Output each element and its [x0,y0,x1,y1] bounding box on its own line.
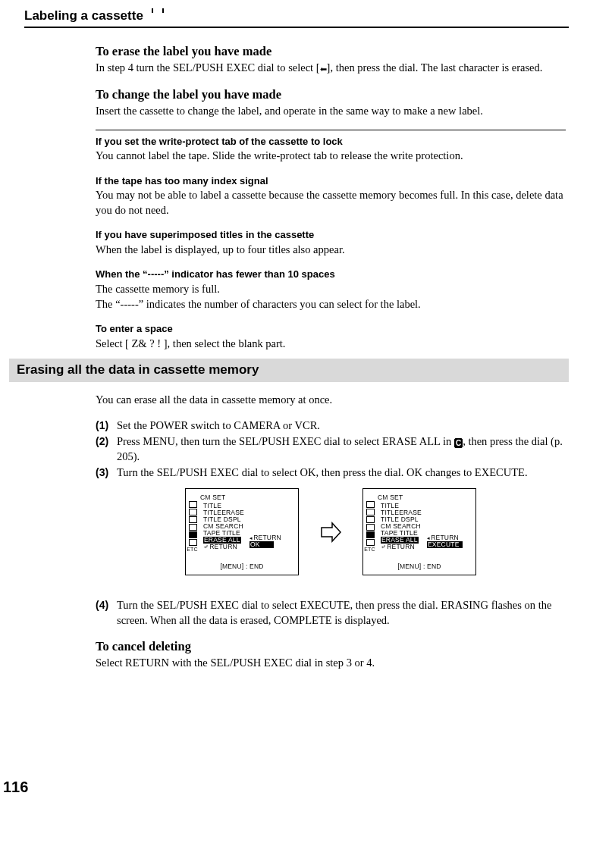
screen-header: CM SET [378,494,472,502]
steps-list: (1) Set the POWER switch to CAMERA or VC… [96,418,566,481]
arrow-icon [320,522,341,543]
screen-footer: [MENU] : END [186,562,298,571]
heading-erase-label: To erase the label you have made [96,43,566,60]
heading-enter-space: To enter a space [96,322,566,336]
screen-1: CM SET ETC TITLE TITLEERASE TITLE DSPL C… [185,488,299,575]
step-num-1: (1) [96,418,117,434]
step-4: Turn the SEL/PUSH EXEC dial to select EX… [117,598,566,628]
step-1: Set the POWER switch to CAMERA or VCR. [117,418,566,434]
heading-superimposed: If you have superimposed titles in the c… [96,228,566,242]
body-change-label: Insert the cassette to change the label,… [96,104,566,119]
body-enter-space: Select [ Z& ? ! ], then select the blank… [96,337,566,352]
menu-screens: CM SET ETC TITLE TITLEERASE TITLE DSPL C… [96,488,566,575]
cm-icon: C [454,438,463,448]
steps-list-2: (4) Turn the SEL/PUSH EXEC dial to selec… [96,598,566,628]
body-superimposed: When the label is displayed, up to four … [96,243,566,258]
step-num-2: (2) [96,434,117,464]
body-erase-label: In step 4 turn the SEL/PUSH EXEC dial to… [96,61,566,76]
heading-write-protect: If you set the write-protect tab of the … [96,135,566,149]
heading-indicator: When the “-----” indicator has fewer tha… [96,268,566,281]
body-index-signal: You may not be able to label a cassette … [96,188,566,218]
step-2: Press MENU, then turn the SEL/PUSH EXEC … [117,434,566,464]
step-num-3: (3) [96,465,117,481]
screen-footer: [MENU] : END [363,562,475,571]
erase-all-intro: You can erase all the data in cassette m… [96,393,566,408]
section-bar-erase-all: Erasing all the data in cassette memory [9,359,569,382]
body-indicator-1: The cassette memory is full. [96,282,566,297]
screen-icons: ETC [366,501,375,552]
page-number: 116 [3,777,569,797]
screen-header: CM SET [200,494,294,502]
heading-cancel: To cancel deleting [96,638,566,655]
step-3: Turn the SEL/PUSH EXEC dial to select OK… [117,465,566,481]
heading-change-label: To change the label you have made [96,86,566,103]
screen-icons: ETC [189,501,198,552]
body-cancel: Select RETURN with the SEL/PUSH EXEC dia… [96,656,566,671]
screen-right-col: RETURN OK [249,534,281,548]
heading-index-signal: If the tape has too many index signal [96,174,566,188]
step-num-4: (4) [96,598,117,628]
page-title: Labeling a cassette [24,8,569,25]
divider [96,130,566,130]
body-indicator-2: The “-----” indicates the number of char… [96,297,566,312]
screen-right-col: RETURN EXECUTE [427,534,463,548]
left-arrow-icon: ⬅ [320,64,327,75]
title-rule [24,27,569,28]
body-write-protect: You cannot label the tape. Slide the wri… [96,149,566,164]
screen-2: CM SET ETC TITLE TITLEERASE TITLE DSPL C… [362,488,476,575]
